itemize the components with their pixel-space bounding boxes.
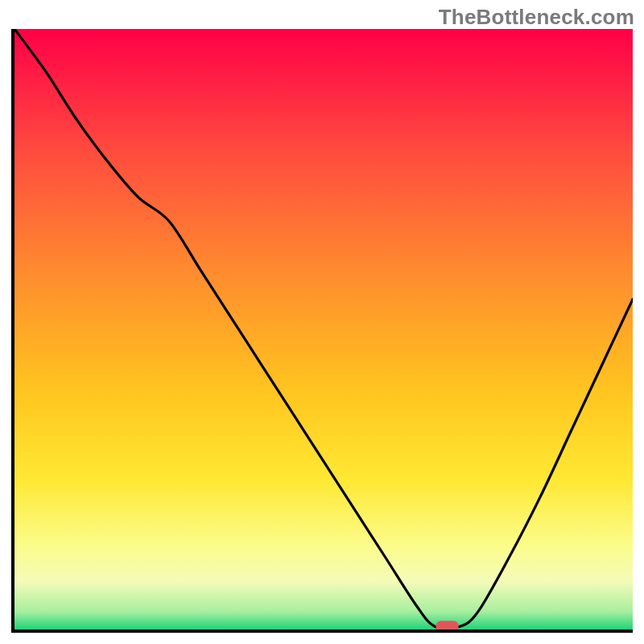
watermark-text: TheBottleneck.com xyxy=(439,5,634,30)
chart-container: TheBottleneck.com xyxy=(0,0,644,644)
curve-layer xyxy=(14,29,633,630)
plot-area xyxy=(14,29,633,630)
bottleneck-curve xyxy=(14,29,633,629)
optimal-marker xyxy=(436,621,459,630)
